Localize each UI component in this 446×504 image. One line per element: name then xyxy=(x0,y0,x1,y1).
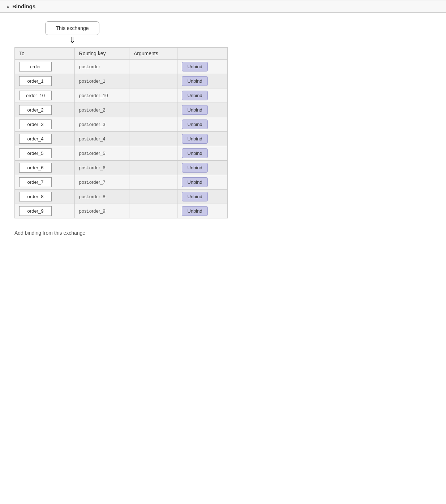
unbind-button[interactable]: Unbind xyxy=(182,76,207,86)
arguments-cell xyxy=(129,204,177,218)
page-wrapper: ▲ Bindings This exchange ⇓ To Routing ke… xyxy=(0,0,446,244)
routing-key-cell: post.order_7 xyxy=(74,175,129,190)
queue-box: order_3 xyxy=(19,120,52,129)
queue-cell: order_7 xyxy=(15,175,75,190)
table-row: order_3post.order_3Unbind xyxy=(15,117,228,132)
table-row: order_6post.order_6Unbind xyxy=(15,161,228,175)
unbind-button[interactable]: Unbind xyxy=(182,91,207,100)
bindings-table: To Routing key Arguments orderpost.order… xyxy=(14,47,228,218)
table-row: order_4post.order_4Unbind xyxy=(15,132,228,146)
queue-cell: order_8 xyxy=(15,190,75,204)
exchange-node-label: This exchange xyxy=(45,21,99,35)
action-cell: Unbind xyxy=(177,161,228,175)
col-header-arguments: Arguments xyxy=(129,48,177,60)
add-binding-section: Add binding from this exchange xyxy=(14,227,432,236)
action-cell: Unbind xyxy=(177,60,228,74)
table-row: order_5post.order_5Unbind xyxy=(15,146,228,161)
routing-key-cell: post.order_6 xyxy=(74,161,129,175)
routing-key-cell: post.order_5 xyxy=(74,146,129,161)
action-cell: Unbind xyxy=(177,146,228,161)
queue-box: order_8 xyxy=(19,192,52,201)
unbind-button[interactable]: Unbind xyxy=(182,134,207,144)
arguments-cell xyxy=(129,132,177,146)
table-row: order_1post.order_1Unbind xyxy=(15,74,228,88)
arguments-cell xyxy=(129,103,177,117)
unbind-button[interactable]: Unbind xyxy=(182,163,207,173)
queue-box: order_4 xyxy=(19,134,52,144)
queue-cell: order_9 xyxy=(15,204,75,218)
collapse-icon[interactable]: ▲ xyxy=(6,4,10,9)
queue-cell: order xyxy=(15,60,75,74)
arguments-cell xyxy=(129,175,177,190)
arguments-cell xyxy=(129,146,177,161)
table-row: orderpost.orderUnbind xyxy=(15,60,228,74)
queue-box: order_1 xyxy=(19,76,52,86)
queue-box: order xyxy=(19,62,52,71)
arguments-cell xyxy=(129,74,177,88)
table-row: order_10post.order_10Unbind xyxy=(15,88,228,103)
arguments-cell xyxy=(129,190,177,204)
col-header-action xyxy=(177,48,228,60)
arguments-cell xyxy=(129,88,177,103)
routing-key-cell: post.order_4 xyxy=(74,132,129,146)
col-header-routing-key: Routing key xyxy=(74,48,129,60)
routing-key-cell: post.order xyxy=(74,60,129,74)
exchange-node-container: This exchange ⇓ xyxy=(14,21,130,44)
action-cell: Unbind xyxy=(177,204,228,218)
table-row: order_7post.order_7Unbind xyxy=(15,175,228,190)
unbind-button[interactable]: Unbind xyxy=(182,177,207,187)
unbind-button[interactable]: Unbind xyxy=(182,105,207,115)
routing-key-cell: post.order_3 xyxy=(74,117,129,132)
queue-box: order_5 xyxy=(19,148,52,158)
routing-key-cell: post.order_8 xyxy=(74,190,129,204)
action-cell: Unbind xyxy=(177,132,228,146)
action-cell: Unbind xyxy=(177,175,228,190)
queue-cell: order_2 xyxy=(15,103,75,117)
action-cell: Unbind xyxy=(177,88,228,103)
queue-cell: order_1 xyxy=(15,74,75,88)
action-cell: Unbind xyxy=(177,103,228,117)
routing-key-cell: post.order_2 xyxy=(74,103,129,117)
unbind-button[interactable]: Unbind xyxy=(182,120,207,129)
unbind-button[interactable]: Unbind xyxy=(182,206,207,216)
section-header[interactable]: ▲ Bindings xyxy=(0,0,446,13)
queue-cell: order_10 xyxy=(15,88,75,103)
queue-box: order_10 xyxy=(19,91,52,100)
bindings-content: This exchange ⇓ To Routing key Arguments… xyxy=(0,13,446,244)
arguments-cell xyxy=(129,60,177,74)
section-title: Bindings xyxy=(12,3,35,9)
queue-cell: order_4 xyxy=(15,132,75,146)
col-header-to: To xyxy=(15,48,75,60)
add-binding-label: Add binding from this exchange xyxy=(14,230,85,236)
table-row: order_9post.order_9Unbind xyxy=(15,204,228,218)
unbind-button[interactable]: Unbind xyxy=(182,192,207,201)
unbind-button[interactable]: Unbind xyxy=(182,148,207,158)
arguments-cell xyxy=(129,161,177,175)
queue-box: order_2 xyxy=(19,105,52,115)
unbind-button[interactable]: Unbind xyxy=(182,62,207,71)
action-cell: Unbind xyxy=(177,190,228,204)
arrow-down-icon: ⇓ xyxy=(69,36,76,44)
action-cell: Unbind xyxy=(177,117,228,132)
queue-box: order_9 xyxy=(19,206,52,216)
queue-box: order_7 xyxy=(19,177,52,187)
routing-key-cell: post.order_1 xyxy=(74,74,129,88)
arguments-cell xyxy=(129,117,177,132)
routing-key-cell: post.order_10 xyxy=(74,88,129,103)
queue-cell: order_6 xyxy=(15,161,75,175)
routing-key-cell: post.order_9 xyxy=(74,204,129,218)
table-row: order_8post.order_8Unbind xyxy=(15,190,228,204)
action-cell: Unbind xyxy=(177,74,228,88)
queue-box: order_6 xyxy=(19,163,52,173)
table-row: order_2post.order_2Unbind xyxy=(15,103,228,117)
table-header-row: To Routing key Arguments xyxy=(15,48,228,60)
queue-cell: order_5 xyxy=(15,146,75,161)
queue-cell: order_3 xyxy=(15,117,75,132)
